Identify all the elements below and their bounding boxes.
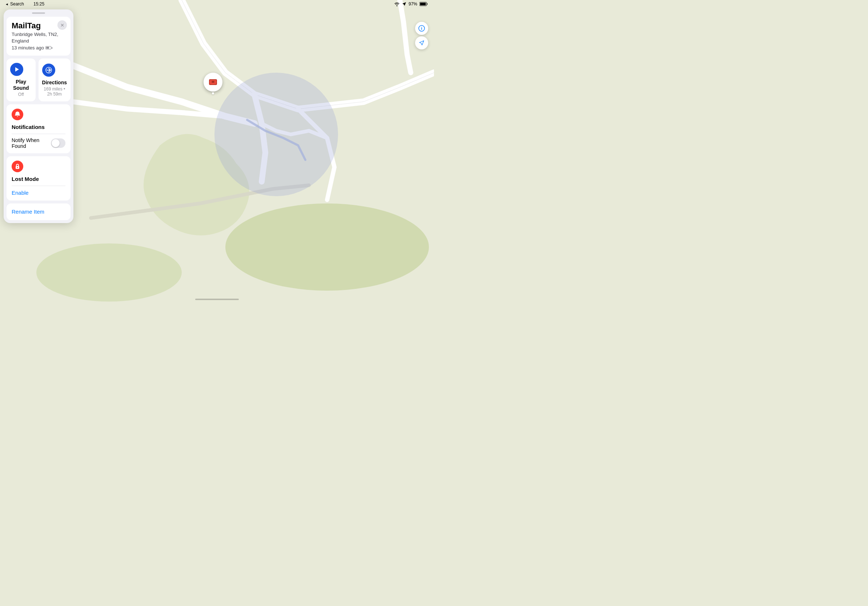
map-pin-container[interactable] — [203, 73, 222, 94]
play-sound-sublabel: Off — [10, 92, 32, 97]
svg-point-10 — [17, 167, 18, 168]
bell-icon — [14, 111, 21, 118]
sheet-header: ✕ MailTag Tunbridge Wells, TN2, England … — [6, 17, 71, 56]
play-sound-label: Play Sound — [10, 79, 32, 91]
lost-mode-title: Lost Mode — [12, 176, 65, 182]
svg-rect-5 — [427, 3, 428, 5]
mailtag-pin-icon — [208, 77, 219, 88]
back-arrow-icon[interactable]: ◂ — [6, 2, 8, 6]
lock-icon — [14, 163, 21, 170]
play-sound-button[interactable]: Play Sound Off — [6, 59, 36, 101]
item-location: Tunbridge Wells, TN2, England — [12, 31, 65, 44]
pin-bubble — [203, 73, 222, 91]
lost-mode-icon-circle — [12, 161, 23, 172]
play-sound-icon-circle — [10, 63, 23, 76]
notifications-icon-row — [12, 109, 65, 120]
notify-when-found-label: Notify When Found — [12, 137, 51, 149]
lost-mode-icon-row — [12, 161, 65, 172]
lost-mode-divider — [12, 186, 65, 186]
location-button[interactable] — [415, 36, 428, 49]
notifications-icon-circle — [12, 109, 23, 120]
notifications-section: Notifications Notify When Found — [6, 104, 71, 154]
item-battery-icon — [45, 46, 51, 49]
directions-icon-circle — [42, 63, 55, 77]
status-bar: ◂ Search 15:25 97% — [0, 0, 434, 8]
play-icon — [14, 66, 20, 73]
svg-rect-6 — [420, 3, 426, 5]
directions-icon — [45, 67, 52, 73]
info-icon: i — [418, 25, 425, 32]
sheet-handle[interactable] — [32, 12, 45, 14]
svg-rect-14 — [212, 81, 214, 82]
wifi-icon — [394, 2, 400, 6]
svg-point-3 — [214, 73, 338, 196]
battery-icon — [420, 2, 428, 6]
lost-mode-section: Lost Mode Enable — [6, 156, 71, 201]
home-indicator — [195, 298, 239, 300]
notifications-divider — [12, 134, 65, 134]
back-label[interactable]: Search — [10, 2, 24, 6]
battery-percent: 97% — [409, 2, 417, 6]
directions-label: Directions — [42, 80, 67, 86]
svg-text:i: i — [421, 26, 422, 31]
svg-point-2 — [36, 243, 182, 301]
item-sheet: ✕ MailTag Tunbridge Wells, TN2, England … — [4, 9, 73, 223]
close-button[interactable]: ✕ — [57, 20, 67, 30]
notify-when-found-toggle[interactable] — [51, 138, 65, 148]
enable-button[interactable]: Enable — [12, 190, 65, 196]
status-right: 97% — [394, 2, 428, 6]
directions-sublabel: 169 miles • 2h 59m — [42, 87, 67, 97]
location-icon — [402, 2, 406, 6]
location-arrow-icon — [419, 40, 425, 46]
notifications-title: Notifications — [12, 124, 65, 130]
status-time: 15:25 — [33, 2, 44, 6]
rename-button[interactable]: Rename Item — [12, 209, 65, 215]
info-button[interactable]: i — [415, 22, 428, 35]
rename-section: Rename Item — [6, 204, 71, 220]
svg-point-1 — [225, 204, 429, 291]
item-time: 13 minutes ago — [12, 45, 65, 51]
status-left: ◂ Search 15:25 — [6, 2, 44, 6]
map-pin[interactable] — [203, 73, 222, 94]
map-controls: i — [415, 22, 428, 49]
toggle-row: Notify When Found — [12, 137, 65, 149]
action-row: Play Sound Off Directions 169 miles • 2h… — [6, 59, 71, 101]
directions-button[interactable]: Directions 169 miles • 2h 59m — [39, 59, 71, 101]
svg-marker-7 — [15, 67, 19, 71]
pin-tail — [212, 92, 214, 94]
